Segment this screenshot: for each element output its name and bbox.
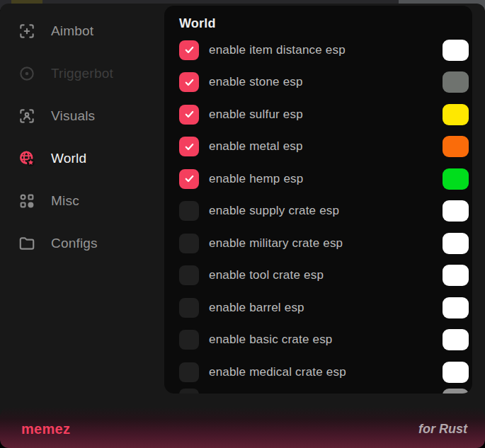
checkbox[interactable] [179, 72, 199, 92]
color-swatch[interactable] [443, 297, 469, 318]
sidebar-item-configs[interactable]: Configs [0, 222, 164, 265]
person-scan-icon [18, 107, 36, 125]
esp-option-label: enable basic crate esp [209, 333, 443, 347]
checkbox[interactable] [179, 389, 199, 394]
color-swatch[interactable] [443, 71, 469, 93]
esp-row: enable supply crate esp [164, 195, 472, 228]
esp-options-list: enable item distance espenable stone esp… [164, 34, 472, 389]
checkbox[interactable] [179, 234, 199, 253]
esp-option-label: enable medical crate esp [209, 365, 443, 379]
color-swatch[interactable] [443, 136, 469, 157]
world-panel: World enable item distance espenable sto… [164, 6, 472, 394]
sidebar-item-label: Misc [51, 193, 79, 209]
esp-row: enable tool crate esp [164, 260, 472, 292]
sidebar-item-visuals[interactable]: Visuals [0, 95, 164, 137]
tagline-label: for Rust [418, 419, 467, 437]
cheat-menu-window: AimbotTriggerbotVisualsWorldMiscConfigs … [0, 4, 485, 448]
esp-option-label: enable barrel esp [209, 301, 443, 315]
checkbox[interactable] [179, 201, 199, 221]
esp-option-label: enable supply crate esp [209, 204, 443, 218]
color-swatch[interactable] [443, 265, 469, 286]
globe-star-icon [18, 149, 36, 168]
esp-row: enable sulfur esp [164, 98, 472, 131]
checkbox[interactable] [179, 362, 199, 382]
brand-label: memez [21, 418, 70, 437]
esp-option-label: enable metal esp [209, 139, 443, 154]
checkbox[interactable] [179, 169, 199, 189]
color-swatch[interactable] [443, 362, 469, 383]
color-swatch[interactable] [443, 389, 469, 394]
color-swatch[interactable] [443, 329, 469, 350]
esp-row-cutoff [164, 389, 472, 394]
color-swatch[interactable] [443, 233, 469, 254]
sidebar-nav: AimbotTriggerbotVisualsWorldMiscConfigs [0, 6, 164, 265]
esp-row: enable stone esp [164, 67, 472, 99]
circle-dot-icon [18, 64, 36, 83]
sidebar-item-triggerbot[interactable]: Triggerbot [0, 52, 164, 95]
esp-option-label: enable military crate esp [209, 236, 443, 251]
sidebar-item-world[interactable]: World [0, 137, 164, 180]
sidebar-item-misc[interactable]: Misc [0, 180, 164, 222]
esp-option-label: enable tool crate esp [209, 268, 443, 282]
sidebar-item-label: Triggerbot [51, 66, 113, 81]
esp-option-label: enable stone esp [209, 75, 443, 89]
panel-title: World [179, 15, 472, 32]
sidebar-item-label: Visuals [51, 108, 95, 124]
checkbox[interactable] [179, 40, 199, 60]
sidebar-item-label: Configs [51, 236, 98, 251]
folder-icon [18, 234, 36, 253]
esp-row: enable metal esp [164, 131, 472, 163]
color-swatch[interactable] [443, 200, 469, 222]
sidebar-item-label: Aimbot [51, 23, 93, 39]
checkbox[interactable] [179, 137, 199, 156]
esp-row: enable item distance esp [164, 34, 472, 67]
crosshair-icon [18, 22, 36, 40]
esp-option-label: enable item distance esp [209, 43, 443, 57]
footer-bar: memez for Rust [0, 407, 485, 448]
sidebar-item-label: World [51, 151, 86, 166]
screen: AimbotTriggerbotVisualsWorldMiscConfigs … [0, 0, 485, 448]
shapes-grid-icon [18, 192, 36, 210]
esp-row: enable barrel esp [164, 292, 472, 324]
esp-option-label: enable hemp esp [209, 172, 443, 186]
esp-row: enable hemp esp [164, 163, 472, 195]
esp-option-label: enable sulfur esp [209, 108, 443, 122]
checkbox[interactable] [179, 105, 199, 125]
esp-row: enable military crate esp [164, 227, 472, 260]
checkbox[interactable] [179, 330, 199, 350]
esp-row: enable basic crate esp [164, 324, 472, 357]
color-swatch[interactable] [443, 40, 469, 61]
checkbox[interactable] [179, 265, 199, 285]
color-swatch[interactable] [443, 104, 469, 125]
checkbox[interactable] [179, 298, 199, 318]
sidebar-item-aimbot[interactable]: Aimbot [0, 10, 164, 52]
color-swatch[interactable] [443, 168, 469, 190]
esp-row: enable medical crate esp [164, 356, 472, 389]
